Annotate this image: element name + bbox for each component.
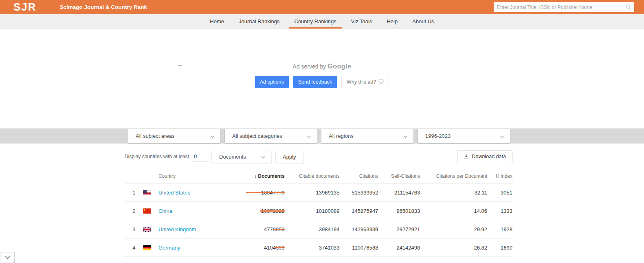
rank-cell: 2 — [125, 208, 143, 214]
search-input[interactable] — [494, 4, 625, 10]
documents-cell: 10372322 — [240, 208, 285, 214]
h-index-header[interactable]: H index — [487, 173, 512, 179]
documents-bar — [246, 192, 285, 193]
flag-germany-icon — [143, 245, 158, 250]
citations-per-document-cell: 29.92 — [420, 226, 487, 232]
country-link[interactable]: United Kingdom — [158, 226, 196, 232]
why-this-ad-label: Why this ad? — [347, 79, 376, 85]
apply-button[interactable]: Apply — [276, 151, 303, 163]
nav-item-help[interactable]: Help — [381, 14, 403, 29]
documents-cell: 4104599 — [240, 245, 285, 251]
table-controls: Display countries with at least Document… — [125, 150, 512, 163]
country-link[interactable]: United States — [158, 190, 190, 196]
citable-documents-cell: 10180089 — [285, 208, 340, 214]
send-feedback-button[interactable]: Send feedback — [293, 76, 337, 88]
self-citations-cell: 24142498 — [378, 245, 420, 251]
citable-documents-header[interactable]: Citable documents — [285, 173, 340, 179]
nav-item-journal-rankings[interactable]: Journal Rankings — [233, 14, 285, 29]
citations-cell: 515339352 — [339, 190, 378, 196]
ad-served-by-text: Ad served byGoogle — [0, 29, 644, 70]
sjr-logo[interactable]: SJR — [13, 0, 37, 14]
h-index-cell: 1690 — [487, 245, 512, 251]
citations-cell: 110076588 — [339, 245, 378, 251]
citations-header[interactable]: Citations — [339, 173, 378, 179]
header: SJR Scimago Journal & Country Rank — [0, 0, 644, 14]
citable-documents-cell: 13969135 — [285, 190, 340, 196]
documents-header[interactable]: ↓Documents — [240, 173, 285, 179]
self-citations-header[interactable]: Self-Citations — [378, 173, 420, 179]
country-header[interactable]: Country — [158, 173, 240, 179]
self-citations-cell: 211154763 — [378, 190, 420, 196]
table-row: 3 United Kingdom 4778980 3984194 1429639… — [125, 220, 512, 239]
ad-options-button[interactable]: Ad options — [255, 76, 289, 88]
ad-back-arrow-icon[interactable]: ← — [177, 61, 183, 68]
nav-item-viz-tools[interactable]: Viz Tools — [345, 14, 378, 29]
subject-areas-select[interactable]: All subject areas — [128, 129, 220, 143]
citations-per-document-cell: 32.11 — [420, 190, 487, 196]
rank-cell: 4 — [125, 245, 143, 251]
documents-cell: 4778980 — [240, 226, 285, 232]
citations-per-document-cell: 26.82 — [420, 245, 487, 251]
download-data-button[interactable]: Download data — [457, 150, 512, 163]
rank-cell: 3 — [125, 226, 143, 232]
nav-item-country-rankings[interactable]: Country Rankings — [289, 14, 342, 29]
country-ranking-table: Country ↓Documents Citable documents Cit… — [125, 169, 512, 257]
ad-area: ← Ad served byGoogle Ad options Send fee… — [0, 29, 644, 128]
download-icon — [464, 153, 469, 160]
citations-cell: 142963939 — [339, 226, 378, 232]
chevron-down-icon — [261, 153, 266, 160]
why-this-ad-button[interactable]: Why this ad? — [341, 76, 389, 88]
chevron-down-icon — [4, 254, 10, 261]
expand-panel-button[interactable] — [0, 252, 15, 263]
country-link[interactable]: China — [158, 208, 172, 214]
table-row: 1 United States 16047770 13969135 515339… — [125, 183, 512, 202]
metric-select[interactable]: Documents — [212, 150, 271, 163]
subject-categories-value: All subject categories — [232, 133, 307, 139]
citable-documents-cell: 3741033 — [285, 245, 340, 251]
google-logo: Google — [327, 63, 351, 70]
nav-item-home[interactable]: Home — [204, 14, 230, 29]
nav-item-about-us[interactable]: About Us — [407, 14, 440, 29]
rank-cell: 1 — [125, 190, 143, 196]
table-row: 2 China 10372322 10180089 145875947 8650… — [125, 202, 512, 220]
flag-united-states-icon — [143, 190, 158, 195]
chevron-down-icon — [210, 133, 215, 140]
period-select[interactable]: 1996-2023 — [418, 129, 510, 143]
table-header-row: Country ↓Documents Citable documents Cit… — [125, 169, 512, 183]
flag-united-kingdom-icon — [143, 227, 158, 232]
documents-cell: 16047770 — [240, 190, 285, 196]
country-link[interactable]: Germany — [158, 245, 180, 251]
page: SJR Scimago Journal & Country Rank Home … — [0, 0, 644, 263]
documents-bar — [275, 247, 285, 248]
ad-buttons: Ad options Send feedback Why this ad? — [0, 76, 644, 88]
min-documents-label: Display countries with at least — [125, 154, 189, 159]
h-index-cell: 1928 — [487, 226, 512, 232]
subject-areas-value: All subject areas — [136, 133, 210, 139]
self-citations-cell: 86501833 — [378, 208, 420, 214]
search-icon[interactable] — [625, 4, 634, 10]
h-index-cell: 1333 — [487, 208, 512, 214]
period-value: 1996-2023 — [425, 133, 500, 139]
self-citations-cell: 29272921 — [378, 226, 420, 232]
regions-value: All regions — [329, 133, 403, 139]
min-documents-input[interactable] — [192, 152, 209, 161]
regions-select[interactable]: All regions — [321, 129, 413, 143]
citations-cell: 145875947 — [339, 208, 378, 214]
sort-descending-icon: ↓ — [254, 173, 257, 179]
chevron-down-icon — [307, 133, 311, 140]
chevron-down-icon — [403, 133, 408, 140]
subject-categories-select[interactable]: All subject categories — [225, 129, 317, 143]
journal-search-box — [494, 2, 634, 12]
info-icon — [378, 79, 384, 85]
chevron-down-icon — [500, 133, 504, 140]
citations-per-document-header[interactable]: Citations per Document — [420, 173, 487, 179]
metric-value: Documents — [219, 154, 261, 160]
download-data-label: Download data — [472, 154, 506, 159]
h-index-cell: 3051 — [487, 190, 512, 196]
citable-documents-cell: 3984194 — [285, 226, 340, 232]
flag-china-icon — [143, 208, 158, 214]
filter-band: All subject areas All subject categories… — [0, 128, 644, 144]
citations-per-document-cell: 14.06 — [420, 208, 487, 214]
documents-bar — [273, 229, 285, 230]
ad-served-by-label: Ad served by — [293, 63, 326, 70]
